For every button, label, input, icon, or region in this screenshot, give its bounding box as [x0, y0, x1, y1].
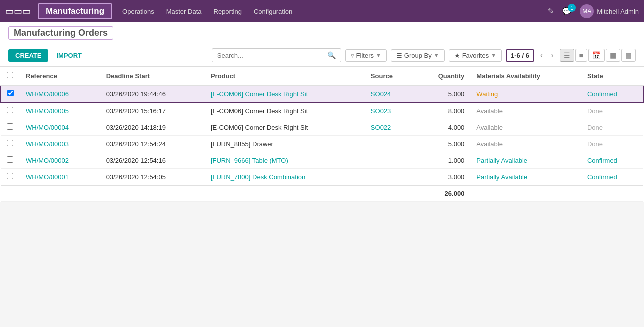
menu-item-configuration[interactable]: Configuration: [254, 6, 292, 17]
row-source[interactable]: SO023: [365, 102, 414, 119]
menu-item-masterdata[interactable]: Master Data: [166, 6, 202, 17]
row-deadline: 03/26/2020 12:54:05: [100, 169, 205, 186]
row-state: Confirmed: [581, 169, 643, 186]
row-checkbox-cell[interactable]: [1, 169, 20, 186]
star-icon: ★: [454, 52, 460, 59]
table-row[interactable]: WH/MO/00003 03/26/2020 12:54:24 [FURN_88…: [1, 136, 643, 152]
import-button[interactable]: IMPORT: [52, 49, 86, 62]
row-checkbox[interactable]: [7, 140, 13, 146]
row-checkbox-cell[interactable]: [1, 85, 20, 102]
col-quantity: Quantity: [414, 67, 470, 85]
table-row[interactable]: WH/MO/00002 03/26/2020 12:54:16 [FURN_96…: [1, 152, 643, 169]
row-product[interactable]: [E-COM06] Corner Desk Right Sit: [205, 85, 365, 102]
row-checkbox[interactable]: [7, 173, 13, 179]
grid-icon[interactable]: ▭▭▭: [5, 6, 31, 17]
table-row[interactable]: WH/MO/00001 03/26/2020 12:54:05 [FURN_78…: [1, 169, 643, 186]
row-availability: Available: [470, 136, 581, 152]
row-product[interactable]: [FURN_8855] Drawer: [205, 136, 365, 152]
menu-item-reporting[interactable]: Reporting: [214, 6, 242, 17]
toolbar: CREATE IMPORT 🔍 ▿ Filters ▼ ☰ Group By ▼…: [0, 44, 644, 66]
row-state: Done: [581, 136, 643, 152]
row-availability: Available: [470, 119, 581, 136]
row-state: Confirmed: [581, 152, 643, 169]
col-state: State: [581, 67, 643, 85]
table-row[interactable]: WH/MO/00004 03/26/2020 14:18:19 [E-COM06…: [1, 119, 643, 136]
pagination: 1-6 / 6: [506, 49, 534, 62]
top-navigation: ▭▭▭ Manufacturing Operations Master Data…: [0, 0, 644, 22]
row-reference[interactable]: WH/MO/00002: [20, 152, 100, 169]
chart-view-button[interactable]: ▦: [621, 49, 636, 62]
groupby-button[interactable]: ☰ Group By ▼: [391, 49, 445, 62]
grid-view-button[interactable]: ▦: [606, 49, 620, 62]
favorites-label: Favorites: [462, 52, 489, 59]
row-availability: Partially Available: [470, 169, 581, 186]
row-checkbox[interactable]: [7, 123, 13, 130]
search-container: 🔍: [212, 48, 341, 62]
select-all-header[interactable]: [1, 67, 20, 85]
page-title: Manufacturing Orders: [8, 26, 113, 40]
chat-icon[interactable]: 💬 1: [562, 7, 572, 16]
filter-funnel-icon: ▿: [351, 52, 354, 59]
subheader: Manufacturing Orders: [0, 22, 644, 44]
groupby-label: Group By: [404, 52, 432, 59]
table-row[interactable]: WH/MO/00005 03/26/2020 15:16:17 [E-COM06…: [1, 102, 643, 119]
view-switcher: ☰ ■ 📅 ▦ ▦: [560, 49, 636, 62]
table-container: Reference Deadline Start Product Source …: [0, 67, 644, 202]
row-deadline: 03/26/2020 19:44:46: [100, 85, 205, 102]
row-reference[interactable]: WH/MO/00001: [20, 169, 100, 186]
create-button[interactable]: CREATE: [8, 49, 48, 62]
row-deadline: 03/26/2020 12:54:16: [100, 152, 205, 169]
row-quantity: 4.000: [414, 119, 470, 136]
search-input[interactable]: [217, 52, 324, 59]
row-checkbox[interactable]: [7, 156, 13, 163]
row-source[interactable]: SO022: [365, 119, 414, 136]
row-reference[interactable]: WH/MO/00005: [20, 102, 100, 119]
list-view-button[interactable]: ☰: [560, 49, 574, 62]
username: Mitchell Admin: [597, 8, 639, 15]
col-product: Product: [205, 67, 365, 85]
row-quantity: 3.000: [414, 169, 470, 186]
orders-table: Reference Deadline Start Product Source …: [0, 67, 644, 202]
col-deadline[interactable]: Deadline Start: [100, 67, 205, 85]
row-deadline: 03/26/2020 15:16:17: [100, 102, 205, 119]
row-product[interactable]: [E-COM06] Corner Desk Right Sit: [205, 102, 365, 119]
favorites-button[interactable]: ★ Favorites ▼: [449, 49, 502, 62]
pagination-next-button[interactable]: ›: [549, 50, 555, 61]
col-availability: Materials Availability: [470, 67, 581, 85]
row-checkbox[interactable]: [7, 107, 13, 113]
table-body: WH/MO/00006 03/26/2020 19:44:46 [E-COM06…: [1, 85, 643, 202]
row-checkbox-cell[interactable]: [1, 152, 20, 169]
row-checkbox-cell[interactable]: [1, 136, 20, 152]
user-menu[interactable]: MA Mitchell Admin: [580, 4, 639, 18]
row-quantity: 5.000: [414, 85, 470, 102]
row-reference[interactable]: WH/MO/00006: [20, 85, 100, 102]
table-row[interactable]: WH/MO/00006 03/26/2020 19:44:46 [E-COM06…: [1, 85, 643, 102]
kanban-view-button[interactable]: ■: [575, 49, 587, 62]
row-product[interactable]: [FURN_7800] Desk Combination: [205, 169, 365, 186]
row-availability: Partially Available: [470, 152, 581, 169]
row-quantity: 5.000: [414, 136, 470, 152]
row-product[interactable]: [FURN_9666] Table (MTO): [205, 152, 365, 169]
row-checkbox[interactable]: [7, 90, 14, 96]
clock-icon[interactable]: ✎: [548, 7, 554, 16]
select-all-checkbox[interactable]: [7, 72, 13, 78]
row-checkbox-cell[interactable]: [1, 102, 20, 119]
pagination-prev-button[interactable]: ‹: [538, 50, 545, 61]
row-reference[interactable]: WH/MO/00004: [20, 119, 100, 136]
row-product[interactable]: [E-COM06] Corner Desk Right Sit: [205, 119, 365, 136]
calendar-view-button[interactable]: 📅: [588, 49, 605, 62]
filters-button[interactable]: ▿ Filters ▼: [345, 49, 387, 62]
summary-row: 26.000: [1, 185, 643, 202]
row-deadline: 03/26/2020 12:54:24: [100, 136, 205, 152]
row-checkbox-cell[interactable]: [1, 119, 20, 136]
row-source[interactable]: SO024: [365, 85, 414, 102]
favorites-chevron-icon: ▼: [491, 52, 496, 58]
menu-item-operations[interactable]: Operations: [122, 6, 154, 17]
groupby-icon: ☰: [396, 52, 402, 59]
row-reference[interactable]: WH/MO/00003: [20, 136, 100, 152]
brand-logo[interactable]: Manufacturing: [38, 3, 112, 19]
row-quantity: 1.000: [414, 152, 470, 169]
groupby-chevron-icon: ▼: [434, 52, 439, 58]
row-source: [365, 152, 414, 169]
row-availability: Available: [470, 102, 581, 119]
